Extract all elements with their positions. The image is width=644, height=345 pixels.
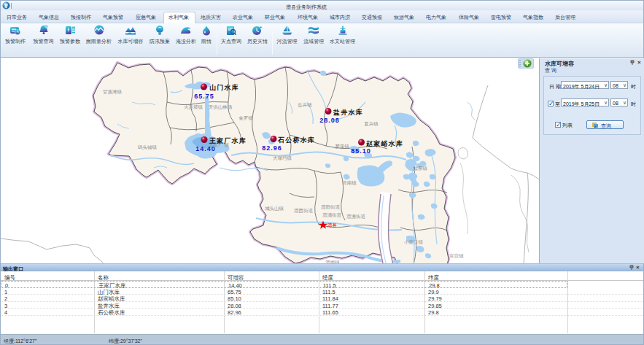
svg-text:金罗镇: 金罗镇: [238, 115, 253, 121]
svg-text:澧澹街道: 澧澹街道: [346, 214, 366, 220]
svg-text:澧县: 澧县: [327, 222, 338, 228]
svg-text:火连坡镇: 火连坡镇: [184, 104, 203, 109]
svg-text:石公桥水库: 石公桥水库: [277, 136, 315, 144]
svg-text:85.10: 85.10: [351, 147, 371, 155]
svg-text:官垸镇: 官垸镇: [449, 253, 464, 259]
svg-text:甘溪滩镇: 甘溪滩镇: [103, 89, 123, 95]
svg-text:天供山林场: 天供山林场: [209, 104, 233, 110]
svg-text:涔南镇: 涔南镇: [342, 180, 357, 186]
svg-text:小渡口镇: 小渡口镇: [404, 239, 424, 245]
svg-text:82.96: 82.96: [262, 144, 282, 152]
svg-text:28.08: 28.08: [319, 117, 340, 124]
svg-text:城头山镇: 城头山镇: [265, 206, 284, 212]
svg-text:王家厂水库: 王家厂水库: [209, 137, 247, 144]
svg-text:65.75: 65.75: [194, 93, 214, 100]
svg-text:澧阳街道: 澧阳街道: [321, 204, 341, 210]
svg-text:14.40: 14.40: [195, 145, 216, 152]
svg-text:大堰垱镇: 大堰垱镇: [273, 155, 292, 160]
svg-text:澧浦街道: 澧浦街道: [322, 212, 342, 218]
svg-text:赵家峪水库: 赵家峪水库: [365, 140, 403, 147]
svg-text:码头铺镇: 码头铺镇: [137, 144, 158, 150]
svg-text:山门水库: 山门水库: [209, 84, 239, 91]
svg-text:梦溪镇: 梦溪镇: [335, 144, 349, 150]
svg-text:澧西街道: 澧西街道: [294, 208, 314, 214]
svg-text:复兴镇: 复兴镇: [364, 121, 379, 127]
svg-text:盐井镇: 盐井镇: [298, 102, 312, 107]
svg-text:如东镇: 如东镇: [413, 166, 427, 171]
svg-text:盐井水库: 盐井水库: [333, 109, 363, 116]
